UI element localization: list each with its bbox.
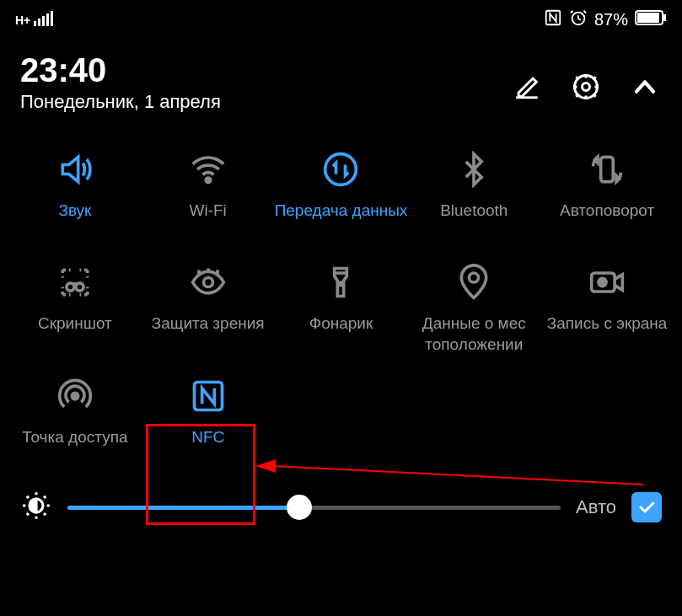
svg-rect-0: [34, 21, 36, 26]
svg-rect-9: [663, 14, 666, 21]
svg-point-18: [340, 282, 343, 286]
clock-time: 23:40: [20, 51, 221, 89]
tile-sound[interactable]: Звук: [8, 148, 142, 241]
quick-settings-grid: Звук Wi-Fi Передача данных Bluet: [0, 118, 682, 476]
tile-label: Защита зрения: [152, 313, 265, 354]
auto-brightness-checkbox[interactable]: [631, 492, 662, 522]
tile-label: Звук: [58, 201, 91, 241]
tile-label: Bluetooth: [440, 201, 507, 241]
tile-wifi[interactable]: Wi-Fi: [142, 148, 275, 241]
tile-bluetooth[interactable]: Bluetooth: [407, 148, 540, 241]
settings-button[interactable]: [569, 70, 603, 104]
brightness-slider[interactable]: [67, 506, 561, 510]
svg-point-10: [583, 83, 590, 90]
svg-rect-1: [38, 19, 40, 26]
nfc-status-icon: [544, 8, 562, 31]
svg-point-17: [203, 278, 212, 287]
tile-label: Фонарик: [309, 313, 373, 354]
tile-flashlight[interactable]: Фонарик: [275, 261, 408, 355]
screen-record-icon: [586, 261, 628, 303]
tile-mobile-data[interactable]: Передача данных: [275, 148, 408, 241]
brightness-row: Авто: [0, 476, 682, 535]
svg-point-12: [206, 178, 211, 183]
sound-icon: [54, 148, 96, 190]
panel-header: 23:40 Понедельник, 1 апреля: [0, 40, 682, 118]
screenshot-icon: [54, 261, 96, 303]
eye-icon: [187, 261, 229, 303]
tile-hotspot[interactable]: Точка доступа: [8, 375, 142, 468]
tile-label: Передача данных: [275, 201, 408, 241]
tile-screenshot[interactable]: Скриншот: [8, 261, 142, 355]
brightness-icon: [20, 490, 52, 525]
battery-pct-label: 87%: [594, 10, 628, 29]
edit-button[interactable]: [510, 70, 544, 104]
tile-label: Данные о мес тоположении: [407, 313, 540, 355]
svg-point-15: [67, 283, 74, 291]
alarm-icon: [569, 8, 588, 31]
wifi-icon: [187, 148, 229, 190]
tile-screen-record[interactable]: Запись с экрана: [540, 261, 674, 355]
autorotate-icon: [586, 148, 628, 190]
tile-label: Запись с экрана: [547, 313, 668, 354]
tile-label: Точка доступа: [22, 427, 127, 468]
tile-nfc[interactable]: NFC: [142, 375, 275, 468]
tile-label: Wi-Fi: [190, 201, 227, 241]
nfc-icon: [187, 375, 229, 417]
mobile-data-icon: [320, 148, 362, 190]
clock-date: Понедельник, 1 апреля: [20, 91, 221, 113]
svg-rect-8: [637, 13, 659, 23]
location-icon: [453, 261, 495, 303]
svg-rect-3: [46, 13, 49, 26]
collapse-button[interactable]: [628, 70, 662, 104]
signal-icon: [34, 9, 57, 30]
svg-point-13: [325, 154, 357, 185]
svg-point-16: [76, 283, 83, 291]
tile-eye-comfort[interactable]: Защита зрения: [142, 261, 275, 355]
flashlight-icon: [320, 261, 362, 303]
hotspot-icon: [54, 375, 96, 417]
svg-point-21: [599, 278, 606, 286]
tile-label: Скриншот: [38, 313, 112, 354]
status-bar: H+ 87%: [0, 0, 682, 40]
tile-location[interactable]: Данные о мес тоположении: [407, 261, 540, 355]
tile-label: Автоповорот: [560, 201, 654, 241]
svg-point-22: [72, 394, 78, 399]
battery-icon: [635, 9, 667, 30]
tile-label: NFC: [191, 427, 224, 468]
svg-rect-2: [42, 16, 45, 26]
network-type-label: H+: [15, 13, 30, 27]
svg-point-19: [470, 273, 479, 282]
svg-rect-4: [51, 11, 53, 26]
auto-brightness-label: Авто: [576, 496, 616, 518]
svg-rect-14: [601, 157, 614, 181]
svg-point-11: [575, 75, 598, 98]
bluetooth-icon: [453, 148, 495, 190]
tile-autorotate[interactable]: Автоповорот: [540, 148, 674, 241]
